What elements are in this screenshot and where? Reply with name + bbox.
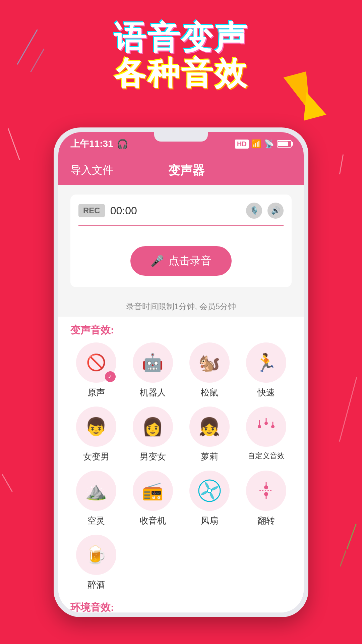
title-line1: 语音变声 — [0, 20, 362, 56]
effect-robot-label: 机器人 — [140, 387, 166, 398]
mic-icon: 🎙️ — [246, 203, 262, 219]
effect-moli[interactable]: 👧 萝莉 — [184, 407, 235, 463]
effect-radio-label: 收音机 — [140, 515, 166, 527]
effect-squirrel-label: 松鼠 — [201, 387, 218, 398]
effect-drunk-circle: 🍺 — [76, 535, 116, 575]
effect-ethereal-circle: ⛰️ — [76, 471, 116, 511]
record-divider — [78, 225, 284, 226]
effects-section: 变声音效: 🚫 原声 🤖 机器人 🐿️ 松鼠 — [58, 317, 304, 597]
headphone-rec-icon: 🔊 — [267, 203, 284, 219]
record-btn-wrapper: 🎤 点击录音 — [78, 246, 284, 276]
wifi-icon: 📡 — [264, 139, 274, 149]
effect-original-label: 原声 — [87, 387, 105, 398]
header-section: 语音变声 各种音效 — [0, 20, 362, 91]
mic-button-icon: 🎤 — [150, 255, 164, 267]
effect-original-circle: 🚫 — [76, 342, 116, 383]
battery-icon — [277, 140, 292, 148]
effect-squirrel-circle: 🐿️ — [189, 342, 230, 383]
effect-fast-circle: 🏃 — [246, 342, 286, 383]
effect-original[interactable]: 🚫 原声 — [70, 342, 122, 398]
effect-moli-circle: 👧 — [189, 407, 230, 447]
effects-grid: 🚫 原声 🤖 机器人 🐿️ 松鼠 🏃 快 — [70, 342, 292, 597]
phone-inner: 上午11:31 🎧 HD 📶 📡 导入文件 变声器 — [58, 132, 304, 612]
deco-line-5 — [339, 377, 357, 442]
title-line2: 各种音效 — [0, 56, 362, 91]
effect-robot-circle: 🤖 — [133, 342, 173, 383]
phone-outer: 上午11:31 🎧 HD 📶 📡 导入文件 变声器 — [54, 127, 308, 617]
effect-custom[interactable]: 自定义音效 — [240, 407, 292, 463]
effect-robot[interactable]: 🤖 机器人 — [127, 342, 178, 398]
record-box: REC 00:00 🎙️ 🔊 🎤 点击录音 — [70, 195, 292, 287]
effect-fan[interactable]: 风扇 — [184, 471, 235, 527]
deco-line-3 — [8, 128, 20, 160]
effect-drunk-label: 醉酒 — [87, 579, 105, 591]
status-time-area: 上午11:31 🎧 — [70, 138, 128, 150]
effect-custom-circle — [246, 407, 286, 447]
effect-moli-label: 萝莉 — [201, 451, 218, 463]
effect-squirrel[interactable]: 🐿️ 松鼠 — [184, 342, 235, 398]
effect-m2f[interactable]: 👩 男变女 — [127, 407, 178, 463]
app-title: 变声器 — [168, 162, 204, 179]
record-button-label: 点击录音 — [169, 254, 212, 268]
effect-f2m-circle: 👦 — [76, 407, 116, 447]
app-bar: 导入文件 变声器 — [58, 156, 304, 185]
effect-flip-circle — [246, 471, 286, 511]
effect-flip-label: 翻转 — [257, 515, 275, 527]
effect-drunk[interactable]: 🍺 醉酒 — [70, 535, 122, 591]
effect-m2f-circle: 👩 — [133, 407, 173, 447]
effect-fan-label: 风扇 — [201, 515, 218, 527]
rec-time: 00:00 — [110, 205, 241, 217]
effect-custom-label: 自定义音效 — [248, 451, 285, 461]
effect-flip[interactable]: 翻转 — [240, 471, 292, 527]
effect-radio[interactable]: 📻 收音机 — [127, 471, 178, 527]
rec-icons: 🎙️ 🔊 — [246, 203, 284, 219]
effect-f2m[interactable]: 👦 女变男 — [70, 407, 122, 463]
effect-ethereal[interactable]: ⛰️ 空灵 — [70, 471, 122, 527]
record-button[interactable]: 🎤 点击录音 — [130, 246, 232, 276]
effects-label: 变声音效: — [70, 317, 292, 342]
effect-fan-circle — [189, 471, 230, 511]
effect-fast[interactable]: 🏃 快速 — [240, 342, 292, 398]
deco-line-4 — [339, 154, 344, 174]
record-area: REC 00:00 🎙️ 🔊 🎤 点击录音 — [58, 185, 304, 297]
signal-icon: 📶 — [251, 139, 261, 149]
deco-line-8 — [340, 550, 347, 567]
svg-point-7 — [207, 489, 212, 493]
env-effects-label: 环境音效: — [58, 597, 304, 612]
battery-fill — [278, 142, 288, 146]
effect-ethereal-label: 空灵 — [87, 515, 105, 527]
rec-badge: REC — [78, 204, 105, 217]
hd-badge: HD — [235, 140, 249, 149]
effect-radio-circle: 📻 — [133, 471, 173, 511]
status-icons: HD 📶 📡 — [235, 139, 292, 149]
effect-m2f-label: 男变女 — [140, 451, 166, 463]
phone-content: REC 00:00 🎙️ 🔊 🎤 点击录音 — [58, 185, 304, 612]
status-time: 上午11:31 — [70, 138, 113, 150]
phone-wrapper: 上午11:31 🎧 HD 📶 📡 导入文件 变声器 — [54, 127, 308, 617]
record-hint: 录音时间限制1分钟, 会员5分钟 — [58, 297, 304, 317]
import-button[interactable]: 导入文件 — [70, 163, 113, 178]
headphone-icon: 🎧 — [117, 139, 128, 150]
deco-line-6 — [2, 474, 13, 492]
record-top: REC 00:00 🎙️ 🔊 — [78, 203, 284, 219]
effect-fast-label: 快速 — [257, 387, 275, 398]
deco-line-7 — [346, 524, 356, 549]
phone-notch — [154, 132, 208, 142]
effect-f2m-label: 女变男 — [83, 451, 109, 463]
